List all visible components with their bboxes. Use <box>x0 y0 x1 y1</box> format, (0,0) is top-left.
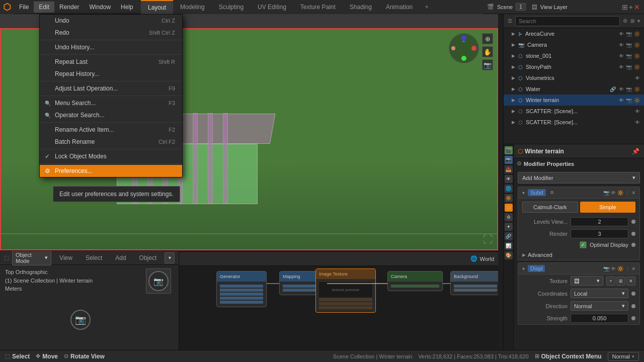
view-camera-icon[interactable]: 📷 <box>482 59 493 70</box>
menu-undo[interactable]: Undo Ctrl Z <box>40 15 182 27</box>
menu-edit[interactable]: Edit <box>34 2 54 13</box>
displ-eye-icon[interactable]: 👁 <box>611 266 616 272</box>
outliner-item-stonypath[interactable]: ▶ ⬡ StonyPath 👁 📷 🔆 <box>504 61 644 72</box>
outliner-sync-btn[interactable]: ⊞ <box>630 18 634 24</box>
stone-cam-icon[interactable]: 📷 <box>626 53 632 59</box>
menu-undo-history[interactable]: Undo History... <box>40 41 182 53</box>
menu-preferences[interactable]: ⚙ Preferences... <box>40 165 182 177</box>
subd-camera-icon[interactable]: 📷 <box>603 190 609 196</box>
stonypath-eye-icon[interactable]: 👁 <box>619 64 624 70</box>
outliner-item-scatter2[interactable]: ▶ ⬡ SCATTER: [Scene]... 👁 <box>504 117 644 128</box>
view-layer-close-btn[interactable]: ✕ <box>634 3 640 11</box>
props-modifier-icon[interactable]: ⚙ <box>505 213 513 221</box>
outliner-item-volumetrics[interactable]: ▶ ⬡ Volumetrics 👁 <box>504 72 644 83</box>
object-tab[interactable]: Object <box>134 253 162 262</box>
stonypath-render-icon[interactable]: 🔆 <box>634 64 640 70</box>
node-card-1[interactable]: Generator <box>216 271 267 307</box>
menu-menu-search[interactable]: 🔍 Menu Search... F3 <box>40 97 182 109</box>
outliner-item-camera[interactable]: ▶ 📷 Camera 👁 📷 🔆 <box>504 39 644 50</box>
winter-render-icon[interactable]: 🔆 <box>634 98 640 103</box>
view-tab[interactable]: View <box>54 253 77 262</box>
menu-repeat-history[interactable]: Repeat History... <box>40 68 182 80</box>
render-value[interactable]: 3 <box>571 229 628 238</box>
displ-render-icon[interactable]: 🔆 <box>617 266 623 272</box>
left-view-options[interactable]: ▾ <box>165 252 175 263</box>
nav-gizmo[interactable]: Z <box>449 33 479 63</box>
camera-eye-icon[interactable]: 👁 <box>619 42 624 48</box>
water-cam-icon[interactable]: 📷 <box>626 86 632 92</box>
tab-layout[interactable]: Layout <box>141 0 173 14</box>
tab-modeling[interactable]: Modeling <box>173 0 212 14</box>
scene-count[interactable]: 1 <box>516 3 526 11</box>
outliner-item-stone001[interactable]: ▶ ⬡ stone_001 👁 📷 🔆 <box>504 50 644 61</box>
outliner-search[interactable] <box>515 16 620 26</box>
simple-tab[interactable]: Simple <box>580 202 636 213</box>
eye-icon[interactable]: 👁 <box>619 31 624 37</box>
displ-expand-btn[interactable]: ▾ <box>522 266 525 272</box>
displ-options-icon[interactable]: ⋮ <box>625 266 630 272</box>
scatter2-eye-icon[interactable]: 👁 <box>635 120 640 125</box>
advanced-section-header[interactable]: ▶ Advanced <box>518 250 639 260</box>
props-scene-icon[interactable]: 🎬 <box>505 146 513 154</box>
scatter1-eye-icon[interactable]: 👁 <box>635 109 640 114</box>
props-material-icon[interactable]: 🎨 <box>505 251 513 259</box>
node-card-4[interactable]: Background <box>450 271 498 295</box>
menu-lock-object-modes[interactable]: ✓ Lock Object Modes <box>40 150 182 162</box>
add-tab[interactable]: Add <box>110 253 131 262</box>
menu-rename-active[interactable]: Rename Active Item... F2 <box>40 124 182 136</box>
levels-view-value[interactable]: 2 <box>571 217 628 226</box>
menu-window[interactable]: Window <box>84 2 116 13</box>
props-data-icon[interactable]: 📊 <box>505 242 513 250</box>
view-hand-btn[interactable]: ✋ <box>482 46 493 57</box>
menu-render[interactable]: Render <box>54 2 84 13</box>
direction-dropdown[interactable]: Normal ▾ <box>571 301 628 311</box>
displ-delete-icon[interactable]: ✕ <box>631 266 635 272</box>
winter-cam-icon[interactable]: 📷 <box>626 98 632 103</box>
props-constraints-icon[interactable]: 🔗 <box>505 232 513 240</box>
props-scene2-icon[interactable]: 🌐 <box>505 185 513 193</box>
tab-sculpting[interactable]: Sculpting <box>212 0 251 14</box>
outliner-item-arecacurve[interactable]: ▶ ⊱ ArecaCurve 👁 📷 🔆 <box>504 28 644 39</box>
view-overlay-btn[interactable]: ⊕ <box>482 33 493 44</box>
outliner-filter-btn[interactable]: ⚙ <box>623 18 627 24</box>
camera-render-icon[interactable]: 🔆 <box>634 42 640 48</box>
water-eye-icon[interactable]: 👁 <box>619 86 624 92</box>
stone-render-icon[interactable]: 🔆 <box>634 53 640 59</box>
tab-animation[interactable]: Animation <box>379 0 420 14</box>
outliner-item-winter-terrain[interactable]: ▶ ⬡ Winter terrain 👁 📷 🔆 <box>504 95 644 106</box>
vol-eye-icon[interactable]: 👁 <box>635 75 640 81</box>
menu-help[interactable]: Help <box>116 2 138 13</box>
view-layer-add-btn[interactable]: + <box>629 3 633 11</box>
props-pin-btn[interactable]: 📌 <box>631 147 640 156</box>
outliner-options-btn[interactable]: ▾ <box>637 18 640 24</box>
water-render-icon[interactable]: 🔆 <box>634 86 640 92</box>
displ-camera-icon[interactable]: 📷 <box>603 266 609 272</box>
tab-uv-editing[interactable]: UV Editing <box>251 0 293 14</box>
props-world-icon[interactable]: 🔆 <box>505 194 513 202</box>
optimal-display-checkbox[interactable]: ✓ <box>580 241 587 248</box>
menu-repeat-last[interactable]: Repeat Last Shift R <box>40 56 182 68</box>
subd-options-icon[interactable]: ⋮ <box>625 190 630 196</box>
menu-batch-rename[interactable]: Batch Rename Ctrl F2 <box>40 136 182 148</box>
texture-selector[interactable]: 🖼 ▾ <box>571 276 603 286</box>
node-card-selected[interactable]: Image Texture texture preview <box>315 268 376 313</box>
coordinates-dropdown[interactable]: Local ▾ <box>571 289 628 298</box>
strength-value[interactable]: 0.050 <box>571 314 628 323</box>
texture-options-btn[interactable]: ⊞ <box>616 277 625 286</box>
subd-eye-icon[interactable]: 👁 <box>611 190 616 196</box>
tab-shading[interactable]: Shading <box>343 0 379 14</box>
props-object-icon[interactable]: ⬡ <box>505 204 513 212</box>
node-card-3[interactable]: Camera <box>387 271 443 291</box>
props-particles-icon[interactable]: ✦ <box>505 223 513 231</box>
subd-expand-btn[interactable]: ▾ <box>522 190 525 196</box>
menu-redo[interactable]: Redo Shift Ctrl Z <box>40 27 182 39</box>
catmull-clark-tab[interactable]: Catmull-Clark <box>522 202 578 213</box>
menu-file[interactable]: File <box>14 2 34 13</box>
menu-operator-search[interactable]: 🔍 Operator Search... <box>40 109 182 121</box>
select-tab[interactable]: Select <box>80 253 107 262</box>
subd-delete-icon[interactable]: ✕ <box>631 190 635 196</box>
props-render-icon[interactable]: 📷 <box>505 156 513 164</box>
stone-eye-icon[interactable]: 👁 <box>619 53 624 59</box>
stonypath-cam-icon[interactable]: 📷 <box>626 64 632 70</box>
props-view-icon[interactable]: 👁 <box>505 175 513 183</box>
